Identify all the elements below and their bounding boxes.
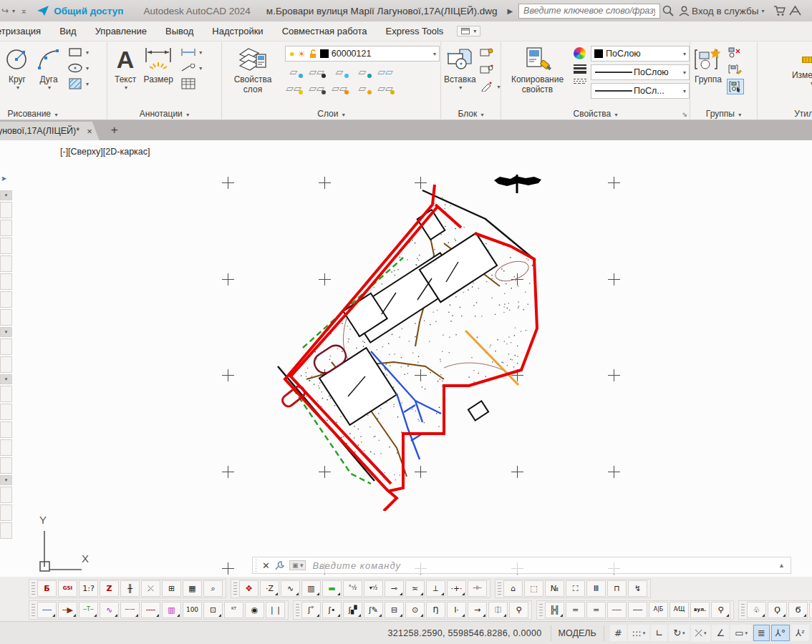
strip-button[interactable] — [0, 202, 12, 218]
chevron-down-icon[interactable]: ▾ — [86, 49, 89, 56]
redo-icon[interactable]: ↪ — [1, 6, 9, 16]
create-block-icon[interactable] — [479, 46, 495, 59]
chevron-down-icon[interactable]: ▾ — [498, 84, 501, 90]
chevron-down-icon[interactable]: ▾ — [86, 65, 89, 72]
green-tee-line-icon[interactable]: ╌T╌ — [79, 602, 98, 618]
command-grip-icon[interactable] — [254, 559, 258, 572]
zoom-lens-icon[interactable]: ⌕ — [203, 580, 223, 597]
autodesk-logo-icon[interactable] — [788, 3, 803, 19]
z-half-1-icon[interactable]: °ᶻ⁄₂ — [343, 580, 362, 597]
darkred-arrow-line-icon[interactable]: ╌▶ — [58, 602, 77, 618]
ucs-icon[interactable]: Y X — [29, 504, 93, 572]
strip-button[interactable] — [0, 356, 12, 373]
parallel-bars-icon[interactable]: ❘❘ — [266, 602, 285, 618]
post-pen-icon[interactable]: ʃ✎ — [364, 602, 383, 618]
strip-button[interactable] — [0, 457, 12, 474]
layer-on-bulb-icon[interactable]: ● — [289, 49, 295, 59]
comb-line-icon[interactable]: ▥ — [301, 580, 321, 597]
leader-icon[interactable] — [180, 62, 196, 74]
measure-button[interactable]: Измерить ▾ — [792, 44, 812, 87]
layer-on-all-icon[interactable]: ▱▱ — [285, 82, 302, 94]
pipe-dot-icon[interactable]: ·+· — [447, 580, 466, 597]
green-segment-icon[interactable]: ▬ — [322, 580, 342, 597]
search-icon[interactable] — [660, 3, 676, 19]
red-dotdash-line-icon[interactable]: ╌·╌ — [120, 602, 140, 618]
linear-dimension-icon[interactable] — [180, 46, 196, 59]
strip-button[interactable] — [0, 504, 12, 521]
strip-button[interactable] — [0, 220, 12, 236]
swap-cross-icon[interactable]: ⤬ — [141, 580, 160, 597]
toolbar-grip[interactable] — [32, 603, 35, 616]
rectangle-icon[interactable] — [67, 46, 83, 59]
snap-toggle-icon[interactable]: :::▾ — [628, 625, 650, 641]
file-tab[interactable]: м.Бровари вулиця Марії Лагунової,17А(ЛІЦ… — [0, 122, 100, 140]
pipe-end-icon[interactable]: ⟂ — [426, 580, 445, 597]
flag-n-icon[interactable]: Ŋ — [426, 602, 445, 618]
chevron-down-icon[interactable]: ▾ — [86, 81, 89, 87]
dimension-button[interactable]: Размер — [143, 44, 173, 91]
layer-properties-button[interactable]: Свойства слоя — [226, 44, 279, 94]
strip-button[interactable] — [0, 386, 12, 402]
command-history-icon[interactable]: ▲ — [778, 562, 785, 569]
chevron-down-icon[interactable]: ▾ — [199, 49, 202, 56]
strip-flyout-header[interactable]: ▾ — [0, 374, 12, 384]
menu-tab-2[interactable]: Вид — [50, 22, 86, 40]
arrow-right-icon[interactable]: → — [468, 602, 487, 618]
osnap-toggle-icon[interactable]: ⤫▾ — [691, 625, 711, 642]
strip-flyout-header[interactable]: ▾ — [0, 327, 12, 337]
chevron-down-icon[interactable]: ▾ — [199, 65, 202, 72]
insert-block-button[interactable]: Вставка ▾ — [444, 44, 476, 93]
table-icon[interactable]: ⊞ — [162, 580, 181, 597]
match-properties-button[interactable]: Копирование свойств — [506, 44, 569, 99]
house-icon[interactable]: ⌂ — [503, 580, 523, 597]
edit-block-icon[interactable] — [479, 63, 495, 76]
angle-snap-icon[interactable]: ∠ — [712, 625, 729, 641]
toolbar-grip[interactable] — [233, 582, 237, 595]
strip-button[interactable] — [0, 404, 12, 420]
ortho-toggle-icon[interactable]: ∟ — [651, 625, 667, 641]
selection-cycling-icon[interactable]: ▭▾ — [730, 625, 752, 641]
post-hatched-icon[interactable]: ʃ▞ — [343, 602, 362, 618]
boxed-point-icon[interactable]: ⊡ — [203, 602, 223, 618]
label-100-icon[interactable]: 100 — [183, 602, 202, 618]
layer-thaw-all-icon[interactable]: ▱▱ — [331, 82, 348, 94]
layer-unisolate-icon[interactable]: ▱▱ — [308, 82, 325, 94]
number-sign-icon[interactable]: № — [545, 580, 564, 597]
drawing-canvas[interactable]: [-][Сверху][2D-каркас] ➤▾▾▾▾ — [0, 140, 812, 577]
group-edit-icon[interactable] — [727, 62, 743, 75]
lineweight-select[interactable]: ПоСлою ▾ — [591, 64, 690, 80]
annotation-visibility-icon[interactable]: ⅄° — [771, 625, 790, 641]
panel-label-properties[interactable]: Свойства ▾ — [501, 109, 690, 119]
tree-shrub-icon[interactable]: Ϙ — [768, 602, 787, 618]
tree-round-icon[interactable]: Ϭ — [788, 602, 808, 618]
lineweight-display-icon[interactable]: ≣ — [753, 625, 770, 641]
zigzag-arrow-icon[interactable]: ↯ — [628, 580, 647, 597]
strip-button[interactable] — [0, 338, 12, 355]
z-level-icon[interactable]: Z — [100, 580, 119, 597]
post-filled-icon[interactable]: ʃ• — [322, 602, 342, 618]
menu-tab-5[interactable]: Надстройки — [203, 22, 272, 40]
adjust-points-icon[interactable]: ✥ — [239, 580, 258, 597]
sign-in-dropdown-icon[interactable]: ▾ — [761, 8, 764, 14]
post-open-icon[interactable]: ʃ˚ — [301, 602, 321, 618]
panel-label-draw[interactable]: Рисование ▾ — [0, 109, 107, 119]
panel-label-block[interactable]: Блок ▾ — [441, 109, 501, 119]
menu-tab-4[interactable]: Вывод — [156, 22, 203, 40]
linetype-select[interactable]: ПоСл... ▾ — [591, 83, 690, 99]
wave-line-icon[interactable]: ∿ — [281, 580, 300, 597]
columns-icon[interactable]: Ⅲ — [586, 580, 606, 597]
box-p-icon[interactable]: ⎅ — [488, 602, 508, 618]
text-button[interactable]: A Текст ▾ — [115, 44, 136, 91]
command-wrench-icon[interactable] — [274, 560, 285, 571]
pipe-gap-icon[interactable]: ⊣⊢ — [468, 580, 487, 597]
magenta-comb-icon[interactable]: ▥ — [162, 602, 181, 618]
menu-tab-6[interactable]: Совместная работа — [273, 22, 377, 40]
z-half-2-icon[interactable]: ▾ᶻ⁄₂ — [364, 580, 383, 597]
strip-button[interactable] — [0, 238, 12, 254]
layer-unlock-icon[interactable] — [309, 49, 317, 59]
double-line-thin-icon[interactable]: ═ — [586, 602, 606, 618]
cart-icon[interactable] — [772, 3, 788, 19]
menu-tab-1[interactable]: Параметризация — [0, 22, 50, 40]
strip-button[interactable] — [0, 255, 12, 272]
fence-points-icon[interactable]: ╫ — [120, 580, 140, 597]
